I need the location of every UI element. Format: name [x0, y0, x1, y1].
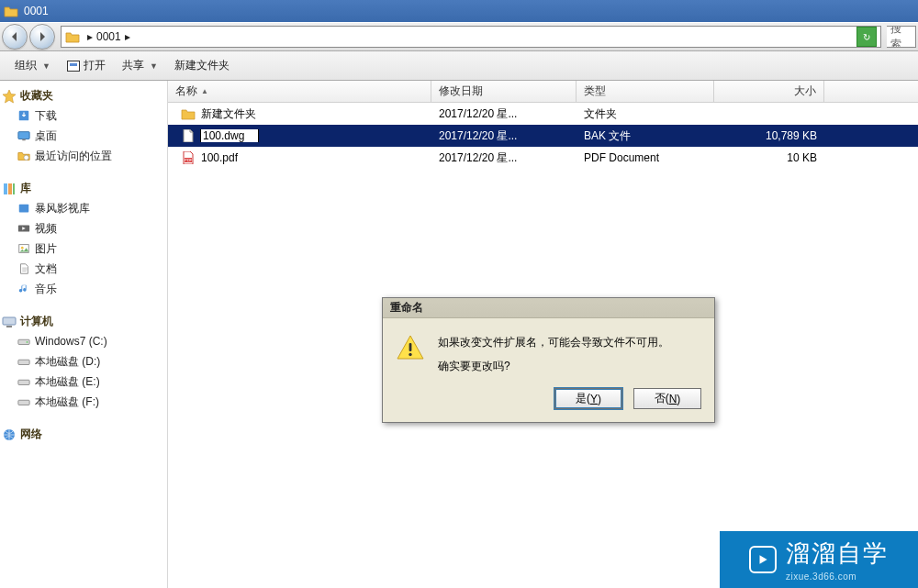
svg-rect-17	[18, 400, 29, 405]
rename-input[interactable]: 100.dwg	[201, 129, 258, 142]
video-icon	[17, 222, 31, 235]
organize-menu[interactable]: 组织▼	[9, 55, 56, 76]
network-icon	[2, 428, 17, 441]
svg-point-10	[21, 247, 24, 250]
new-folder-button[interactable]: 新建文件夹	[169, 55, 235, 76]
file-type: BAK 文件	[577, 128, 714, 144]
no-button[interactable]: 否(N)	[633, 388, 701, 409]
file-date: 2017/12/20 星...	[431, 128, 577, 144]
sidebar-item-recent[interactable]: 最近访问的位置	[0, 146, 167, 166]
chevron-down-icon: ▼	[150, 61, 158, 71]
column-date[interactable]: 修改日期	[431, 81, 577, 102]
svg-rect-16	[18, 380, 29, 384]
file-name: 100.pdf	[201, 151, 238, 164]
pdf-icon: PDF	[181, 151, 196, 164]
libraries-icon	[2, 183, 17, 195]
svg-rect-1	[18, 132, 29, 139]
chevron-right-icon: ▸	[125, 30, 130, 43]
file-row[interactable]: 100.dwg2017/12/20 星...BAK 文件10,789 KB	[168, 125, 918, 147]
open-button[interactable]: 打开	[62, 55, 111, 76]
sidebar: 收藏夹 下载 桌面 最近访问的位置 库 暴风影视库 视频 图片 文档 音乐 计算…	[0, 81, 168, 588]
watermark-sub: zixue.3d66.com	[786, 571, 889, 582]
address-bar[interactable]: ▸ 0001 ▸ ↻	[61, 26, 881, 48]
svg-text:PDF: PDF	[185, 158, 193, 162]
folder-icon	[4, 5, 18, 17]
sidebar-item-baofeng[interactable]: 暴风影视库	[0, 198, 167, 218]
chevron-down-icon: ▼	[42, 61, 50, 71]
column-size[interactable]: 大小	[714, 81, 824, 102]
breadcrumb[interactable]: ▸ 0001 ▸	[84, 30, 134, 43]
file-row[interactable]: PDF100.pdf2017/12/20 星...PDF Document10 …	[168, 147, 918, 169]
folder-icon	[181, 107, 196, 120]
drive-icon	[17, 355, 31, 368]
file-type: 文件夹	[577, 106, 714, 122]
svg-point-3	[24, 155, 28, 160]
sidebar-head-libraries[interactable]: 库	[0, 179, 167, 198]
svg-rect-4	[4, 183, 7, 194]
sidebar-item-drive-c[interactable]: Windows7 (C:)	[0, 331, 167, 351]
toolbar: 组织▼ 打开 共享▼ 新建文件夹	[0, 51, 918, 81]
refresh-button[interactable]: ↻	[856, 27, 877, 47]
sidebar-item-downloads[interactable]: 下载	[0, 105, 167, 126]
dialog-titlebar[interactable]: 重命名	[383, 298, 714, 318]
sidebar-item-desktop[interactable]: 桌面	[0, 126, 167, 146]
dialog-line2: 确实要更改吗?	[438, 357, 669, 375]
warning-icon	[396, 333, 425, 362]
desktop-icon	[17, 129, 31, 142]
file-date: 2017/12/20 星...	[431, 150, 577, 166]
yes-button[interactable]: 是(Y)	[554, 388, 622, 409]
folder-icon	[65, 30, 80, 43]
drive-icon	[17, 375, 31, 388]
sidebar-item-drive-e[interactable]: 本地磁盘 (E:)	[0, 372, 167, 392]
sidebar-head-favorites[interactable]: 收藏夹	[0, 86, 167, 105]
watermark: 溜溜自学 zixue.3d66.com	[720, 531, 918, 588]
column-headers: 名称▲ 修改日期 类型 大小	[168, 81, 918, 103]
svg-rect-2	[22, 139, 26, 141]
file-size: 10,789 KB	[714, 129, 824, 142]
video-icon	[17, 202, 31, 215]
sidebar-item-videos[interactable]: 视频	[0, 218, 167, 239]
share-menu[interactable]: 共享▼	[117, 55, 163, 76]
sidebar-head-network[interactable]: 网络	[0, 425, 167, 444]
sidebar-item-drive-d[interactable]: 本地磁盘 (D:)	[0, 351, 167, 372]
computer-label: 计算机	[20, 314, 53, 329]
svg-rect-5	[8, 183, 12, 194]
sidebar-item-drive-f[interactable]: 本地磁盘 (F:)	[0, 392, 167, 412]
play-icon	[749, 546, 777, 573]
search-input[interactable]: 搜索	[887, 26, 916, 48]
window-title: 0001	[24, 5, 49, 17]
column-type[interactable]: 类型	[577, 81, 714, 102]
favorites-label: 收藏夹	[20, 88, 53, 104]
file-size: 10 KB	[714, 151, 824, 164]
file-row[interactable]: 新建文件夹2017/12/20 星...文件夹	[168, 103, 918, 125]
column-name[interactable]: 名称▲	[168, 81, 431, 102]
forward-button[interactable]	[29, 24, 55, 50]
sidebar-item-documents[interactable]: 文档	[0, 259, 167, 279]
rename-dialog: 重命名 如果改变文件扩展名，可能会导致文件不可用。 确实要更改吗? 是(Y) 否…	[382, 297, 715, 423]
file-name: 新建文件夹	[201, 106, 256, 122]
file-icon	[181, 129, 196, 142]
file-rows: 新建文件夹2017/12/20 星...文件夹100.dwg2017/12/20…	[168, 103, 918, 169]
back-button[interactable]	[2, 24, 28, 50]
star-icon	[2, 90, 17, 103]
recent-icon	[17, 150, 31, 162]
dialog-title: 重命名	[390, 300, 423, 316]
sidebar-item-music[interactable]: 音乐	[0, 279, 167, 299]
dialog-message: 如果改变文件扩展名，可能会导致文件不可用。 确实要更改吗?	[438, 333, 669, 375]
chevron-right-icon: ▸	[87, 30, 93, 43]
new-folder-label: 新建文件夹	[174, 58, 230, 73]
nav-bar: ▸ 0001 ▸ ↻ 搜索	[0, 22, 918, 51]
sidebar-head-computer[interactable]: 计算机	[0, 312, 167, 331]
svg-point-14	[27, 341, 28, 343]
sidebar-item-pictures[interactable]: 图片	[0, 239, 167, 259]
svg-point-22	[409, 353, 411, 356]
breadcrumb-folder[interactable]: 0001	[96, 30, 121, 43]
organize-label: 组织	[15, 58, 37, 73]
sort-asc-icon: ▲	[201, 87, 208, 95]
file-type: PDF Document	[577, 151, 714, 164]
dialog-line1: 如果改变文件扩展名，可能会导致文件不可用。	[438, 333, 669, 351]
svg-rect-15	[18, 360, 29, 364]
svg-rect-11	[3, 317, 16, 325]
share-label: 共享	[122, 58, 144, 73]
open-icon	[67, 61, 80, 72]
